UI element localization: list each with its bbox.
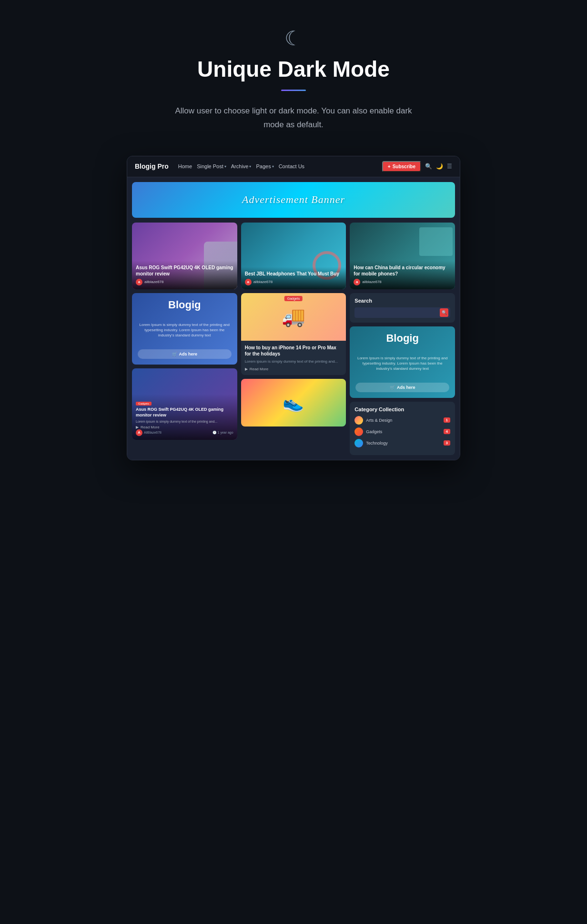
left-post-meta: A AllBlaze678 🕐 1 year ago — [136, 429, 233, 436]
card-overlay-2: Best JBL Headphones That You Must Buy a … — [241, 267, 346, 289]
left-post-overlay: Gadgets Asus ROG Swift PG42UQ 4K OLED ga… — [132, 394, 237, 439]
category-dot-tech — [354, 439, 363, 447]
card-title-1: Asus ROG Swift PG42UQ 4K OLED gaming mon… — [136, 264, 233, 277]
search-input-wrap: 🔍 — [354, 307, 450, 318]
page-subtitle: Allow user to choose light or dark mode.… — [174, 104, 413, 132]
category-name-gadgets: Gadgets — [366, 429, 440, 434]
nav-link-pages[interactable]: Pages ▾ — [256, 163, 273, 169]
ad-card-right-desc: Lorem Ipsum is simply dummy text of the … — [355, 355, 449, 372]
subscribe-button[interactable]: + Subscribe — [382, 161, 421, 172]
category-item-arts[interactable]: Arts & Design 1 — [354, 416, 450, 425]
nav-link-archive[interactable]: Archive ▾ — [231, 163, 252, 169]
category-count-tech: 3 — [444, 440, 450, 446]
left-post-time: 🕐 1 year ago — [213, 431, 233, 435]
menu-icon[interactable]: ☰ — [447, 163, 452, 170]
shoe-post-card[interactable]: 👟 — [241, 379, 346, 426]
subscribe-icon: + — [388, 164, 391, 169]
ads-here-left-btn[interactable]: 🛒 Ads here — [138, 349, 232, 359]
right-column: Search 🔍 Blogig Lorem Ipsum is simply du… — [350, 293, 455, 455]
ad-banner: Advertisement Banner — [132, 182, 455, 218]
category-item-tech[interactable]: Technology 3 — [354, 439, 450, 447]
ad-card-right-logo: Blogig — [355, 332, 449, 345]
ad-card-right[interactable]: Blogig Lorem Ipsum is simply dummy text … — [350, 326, 455, 398]
post-card-3[interactable]: How can China build a circular economy f… — [350, 223, 455, 289]
category-dot-gadgets — [354, 427, 363, 436]
card-title-3: How can China build a circular economy f… — [354, 264, 451, 277]
search-input[interactable] — [354, 307, 450, 318]
ads-here-right-btn[interactable]: 🛒 Ads here — [355, 383, 449, 392]
left-post-avatar: A — [136, 429, 142, 436]
nav-link-contact[interactable]: Contact Us — [279, 163, 304, 169]
category-name-tech: Technology — [366, 441, 440, 446]
featured-post-desc: Lorem ipsum is simply dummy text of the … — [245, 359, 343, 364]
shoe-post-img: 👟 — [241, 379, 346, 426]
dark-mode-icon[interactable]: 🌙 — [436, 163, 443, 170]
card-author-3: a allblaze678 — [354, 279, 451, 285]
nav-actions: + Subscribe 🔍 🌙 ☰ — [382, 161, 452, 172]
page-title: Unique Dark Mode — [197, 56, 390, 82]
card-overlay-1: Asus ROG Swift PG42UQ 4K OLED gaming mon… — [132, 261, 237, 289]
left-post-title: Asus ROG Swift PG42UQ 4K OLED gaming mon… — [136, 407, 233, 418]
nav-link-home[interactable]: Home — [178, 163, 192, 169]
search-widget-title: Search — [354, 298, 450, 304]
featured-post-title: How to buy an iPhone 14 Pro or Pro Max f… — [245, 345, 343, 357]
ad-card-left-desc: Lorem Ipsum is simply dummy text of the … — [138, 322, 232, 338]
left-post-author: A AllBlaze678 — [136, 429, 162, 436]
author-avatar-1: a — [136, 279, 142, 285]
mid-column: 🚚 Gadgets How to buy an iPhone 14 Pro or… — [241, 293, 346, 455]
category-item-gadgets[interactable]: Gadgets 4 — [354, 427, 450, 436]
browser-mockup: Blogig Pro Home Single Post ▾ Archive ▾ … — [127, 156, 460, 460]
category-count-arts: 1 — [444, 417, 450, 423]
ad-banner-text: Advertisement Banner — [242, 193, 345, 206]
category-widget: Category Collection Arts & Design 1 Gadg… — [350, 402, 455, 455]
bottom-grid: Blogig Lorem Ipsum is simply dummy text … — [132, 293, 455, 455]
moon-icon: ☾ — [284, 29, 303, 49]
navbar: Blogig Pro Home Single Post ▾ Archive ▾ … — [127, 156, 460, 177]
truck-illustration: 🚚 — [282, 305, 305, 328]
card-author-2: a allblaze678 — [245, 279, 343, 285]
content-area: Advertisement Banner Asus ROG Swift PG42… — [127, 177, 460, 460]
left-post-badge: Gadgets — [136, 402, 152, 406]
top-posts-grid: Asus ROG Swift PG42UQ 4K OLED gaming mon… — [132, 223, 455, 289]
category-name-arts: Arts & Design — [366, 418, 440, 423]
featured-post-card[interactable]: 🚚 Gadgets How to buy an iPhone 14 Pro or… — [241, 293, 346, 375]
featured-post-content: How to buy an iPhone 14 Pro or Pro Max f… — [241, 341, 346, 375]
author-avatar-2: a — [245, 279, 252, 285]
left-post-desc: Lorem ipsum is simply dummy text of the … — [136, 420, 233, 423]
post-card-1[interactable]: Asus ROG Swift PG42UQ 4K OLED gaming mon… — [132, 223, 237, 289]
featured-post-img: 🚚 Gadgets — [241, 293, 346, 341]
featured-post-badge: Gadgets — [284, 296, 303, 301]
search-nav-icon[interactable]: 🔍 — [425, 163, 432, 170]
category-widget-title: Category Collection — [354, 406, 450, 412]
post-card-2[interactable]: Best JBL Headphones That You Must Buy a … — [241, 223, 346, 289]
card-title-2: Best JBL Headphones That You Must Buy — [245, 271, 343, 277]
left-column: Blogig Lorem Ipsum is simply dummy text … — [132, 293, 237, 455]
ad-card-left-logo: Blogig — [138, 299, 232, 311]
left-post-card[interactable]: Gadgets Asus ROG Swift PG42UQ 4K OLED ga… — [132, 368, 237, 440]
featured-post-read-more[interactable]: ▶ Read More — [245, 367, 343, 371]
ad-card-left[interactable]: Blogig Lorem Ipsum is simply dummy text … — [132, 293, 237, 365]
shoe-illustration: 👟 — [283, 393, 304, 413]
laptop-silhouette — [419, 227, 453, 256]
left-post-read-more[interactable]: ▶ Read More — [136, 425, 233, 429]
card-author-1: a allblaze678 — [136, 279, 233, 285]
author-avatar-3: a — [354, 279, 360, 285]
nav-link-single-post[interactable]: Single Post ▾ — [197, 163, 226, 169]
nav-logo: Blogig Pro — [135, 162, 169, 170]
title-divider — [281, 90, 306, 91]
card-overlay-3: How can China build a circular economy f… — [350, 261, 455, 289]
category-count-gadgets: 4 — [444, 429, 450, 434]
search-submit-button[interactable]: 🔍 — [440, 308, 448, 317]
nav-links: Home Single Post ▾ Archive ▾ Pages ▾ Con… — [178, 163, 304, 169]
search-widget: Search 🔍 — [350, 293, 455, 323]
category-dot-arts — [354, 416, 363, 425]
